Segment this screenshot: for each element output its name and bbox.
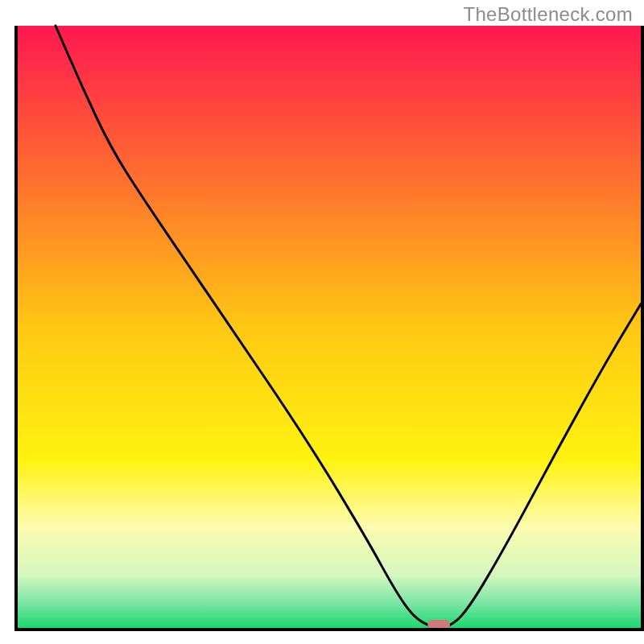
plot-background [16,26,642,630]
chart-container: TheBottleneck.com [0,0,644,644]
bottleneck-chart [0,0,644,644]
watermark-text: TheBottleneck.com [463,3,633,26]
